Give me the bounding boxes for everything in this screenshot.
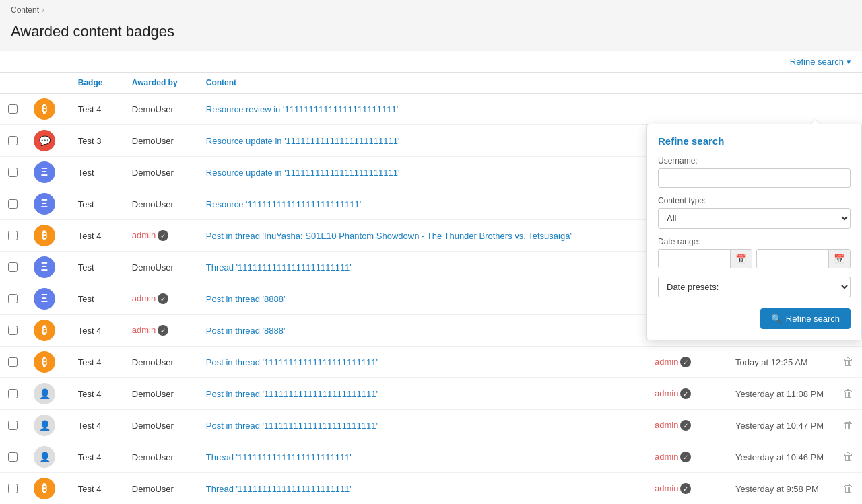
awarded-by-cell: DemoUser [124, 441, 198, 473]
row-checkbox[interactable] [8, 326, 18, 335]
row-checkbox[interactable] [8, 421, 18, 430]
row-checkbox-cell[interactable] [0, 283, 26, 315]
row-checkbox[interactable] [8, 104, 18, 114]
check-icon: ✓ [680, 388, 691, 399]
badge-icon-cell: 👤 [26, 410, 70, 441]
content-link[interactable]: Resource '11111111111111111111111' [206, 199, 362, 209]
content-link[interactable]: Resource update in '11111111111111111111… [206, 168, 400, 178]
row-checkbox[interactable] [8, 452, 18, 462]
content-cell: Resource update in '11111111111111111111… [198, 125, 646, 157]
badge-name-cell: Test [70, 188, 124, 220]
col-content: Content [198, 73, 646, 94]
awarded-by-cell: DemoUser [124, 473, 198, 505]
date-from-calendar-button[interactable]: 📅 [730, 250, 752, 268]
date-cell: Yesterday at 11:08 PM [727, 378, 835, 410]
content-link[interactable]: Post in thread '8888' [206, 294, 286, 304]
date-to-input[interactable] [757, 250, 828, 268]
content-link[interactable]: Resource review in '11111111111111111111… [206, 104, 398, 114]
row-checkbox-cell[interactable] [0, 473, 26, 505]
delete-row-button[interactable]: 🗑 [843, 451, 854, 463]
check-icon: ✓ [158, 230, 168, 241]
page-title: Awarded content badges [0, 20, 862, 51]
chevron-down-icon: ▾ [847, 57, 851, 67]
badge-name-cell: Test 4 [70, 220, 124, 252]
row-checkbox[interactable] [8, 231, 18, 240]
row-checkbox[interactable] [8, 389, 18, 398]
content-link[interactable]: Post in thread '11111111111111111111111' [206, 389, 378, 399]
content-cell: Resource '11111111111111111111111' [198, 188, 646, 220]
date-from-input[interactable] [659, 250, 730, 268]
row-checkbox[interactable] [8, 484, 18, 493]
refine-search-submit-button[interactable]: 🔍 Refine search [760, 308, 851, 329]
col-badge: Badge [70, 73, 124, 94]
row-checkbox[interactable] [8, 199, 18, 209]
content-cell: Thread '11111111111111111111111' [198, 252, 646, 283]
row-checkbox[interactable] [8, 294, 18, 303]
badge-name-cell: Test 4 [70, 473, 124, 505]
content-cell: Resource review in '11111111111111111111… [198, 94, 646, 125]
row-checkbox[interactable] [8, 262, 18, 272]
row-checkbox-cell[interactable] [0, 94, 26, 125]
col-awarded-by2 [646, 73, 727, 94]
badge-name-cell: Test 4 [70, 94, 124, 125]
content-link[interactable]: Thread '11111111111111111111111' [206, 262, 352, 273]
content-link[interactable]: Post in thread '11111111111111111111111' [206, 421, 378, 431]
col-badge-icon [26, 73, 70, 94]
row-checkbox[interactable] [8, 136, 18, 145]
content-link[interactable]: Resource update in '11111111111111111111… [206, 136, 400, 146]
username-input[interactable] [658, 168, 851, 188]
awarded-by-cell: admin✓ [124, 220, 198, 252]
row-checkbox[interactable] [8, 168, 18, 177]
badge-icon-cell: 💬 [26, 125, 70, 157]
badge-icon-cell: ₿ [26, 347, 70, 378]
content-link[interactable]: Post in thread '8888' [206, 326, 286, 336]
row-checkbox[interactable] [8, 357, 18, 367]
username-label: Username: [658, 156, 851, 166]
action-cell: 🗑 [835, 378, 862, 410]
action-cell: 🗑 [835, 441, 862, 473]
check-icon: ✓ [158, 325, 168, 336]
delete-row-button[interactable]: 🗑 [843, 388, 854, 400]
badge-icon-cell: Ξ [26, 157, 70, 188]
awarded-by2-cell: admin✓ [646, 441, 727, 473]
action-cell: 🗑 [835, 473, 862, 505]
content-link[interactable]: Post in thread '11111111111111111111111' [206, 357, 378, 367]
row-checkbox-cell[interactable] [0, 315, 26, 347]
awarded-by-cell: DemoUser [124, 347, 198, 378]
row-checkbox-cell[interactable] [0, 347, 26, 378]
row-checkbox-cell[interactable] [0, 378, 26, 410]
refine-search-button[interactable]: Refine search ▾ [790, 57, 851, 67]
badge-icon-cell: Ξ [26, 188, 70, 220]
content-link[interactable]: Thread '11111111111111111111111' [206, 452, 352, 462]
date-to-calendar-button[interactable]: 📅 [828, 250, 850, 268]
delete-row-button[interactable]: 🗑 [843, 419, 854, 431]
col-checkbox [0, 73, 26, 94]
awarded-by-cell: DemoUser [124, 252, 198, 283]
delete-row-button[interactable]: 🗑 [843, 356, 854, 368]
content-type-select[interactable]: All Resource Thread Post [658, 208, 851, 229]
row-checkbox-cell[interactable] [0, 441, 26, 473]
search-icon: 🔍 [771, 314, 782, 324]
row-checkbox-cell[interactable] [0, 188, 26, 220]
badge-name-cell: Test [70, 252, 124, 283]
content-cell: Post in thread '11111111111111111111111' [198, 378, 646, 410]
badge-name-cell: Test [70, 283, 124, 315]
breadcrumb-content-link[interactable]: Content [11, 5, 39, 15]
badge-name-cell: Test 4 [70, 378, 124, 410]
row-checkbox-cell[interactable] [0, 252, 26, 283]
content-link[interactable]: Post in thread 'InuYasha: S01E10 Phantom… [206, 231, 572, 241]
row-checkbox-cell[interactable] [0, 220, 26, 252]
content-link[interactable]: Thread '11111111111111111111111' [206, 484, 352, 494]
awarded-by-cell: DemoUser [124, 378, 198, 410]
table-row: 👤 Test 4 DemoUser Post in thread '111111… [0, 410, 862, 441]
row-checkbox-cell[interactable] [0, 410, 26, 441]
row-checkbox-cell[interactable] [0, 157, 26, 188]
delete-row-button[interactable]: 🗑 [843, 482, 854, 495]
badge-icon-cell: 👤 [26, 441, 70, 473]
content-cell: Post in thread '11111111111111111111111' [198, 347, 646, 378]
awarded-by2-cell: admin✓ [646, 347, 727, 378]
date-cell: Yesterday at 9:58 PM [727, 473, 835, 505]
badge-icon-cell: ₿ [26, 220, 70, 252]
row-checkbox-cell[interactable] [0, 125, 26, 157]
date-presets-select[interactable]: Date presets: Today Yesterday Last 7 day… [658, 277, 851, 297]
